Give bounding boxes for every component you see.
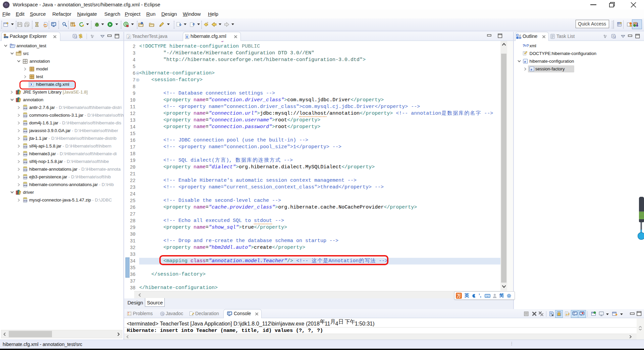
svg-text:010: 010: [23, 115, 27, 117]
svg-text:010: 010: [23, 107, 27, 110]
svg-text:010: 010: [23, 130, 27, 133]
svg-text:010: 010: [23, 123, 27, 125]
svg-text:e: e: [524, 59, 526, 63]
svg-text:010: 010: [23, 169, 27, 171]
svg-text:010: 010: [23, 146, 27, 148]
svg-text:010: 010: [23, 154, 27, 156]
svg-text:010: 010: [23, 200, 27, 202]
svg-text:e: e: [531, 67, 532, 71]
svg-text:J: J: [128, 35, 130, 39]
svg-text:010: 010: [23, 177, 27, 179]
svg-text:J: J: [636, 22, 638, 25]
svg-text:X: X: [186, 35, 188, 39]
svg-text:010: 010: [23, 184, 27, 187]
svg-text:010: 010: [23, 138, 27, 140]
svg-text:010: 010: [23, 161, 27, 164]
